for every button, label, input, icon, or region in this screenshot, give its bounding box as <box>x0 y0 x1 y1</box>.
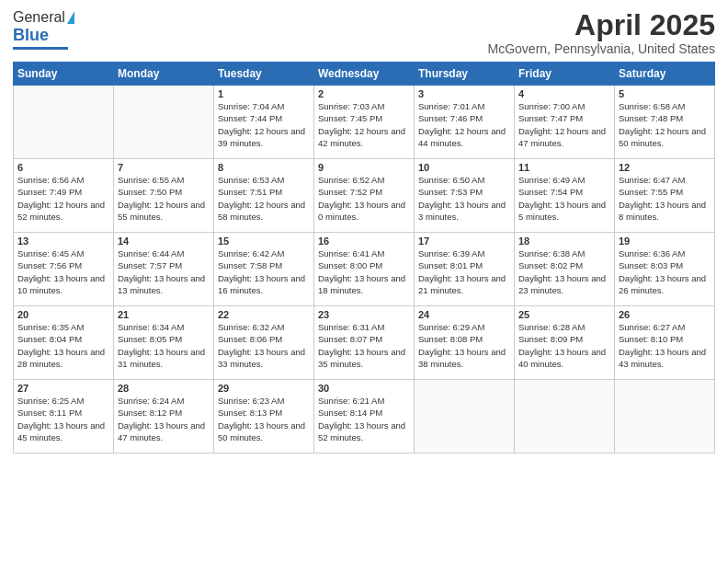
day-info: Sunrise: 7:03 AM Sunset: 7:45 PM Dayligh… <box>318 100 410 149</box>
day-info: Sunrise: 6:34 AM Sunset: 8:05 PM Dayligh… <box>118 321 210 370</box>
title-block: April 2025 McGovern, Pennsylvania, Unite… <box>488 9 715 56</box>
day-info: Sunrise: 6:58 AM Sunset: 7:48 PM Dayligh… <box>619 100 711 149</box>
calendar-day-cell <box>114 86 214 159</box>
day-info: Sunrise: 6:47 AM Sunset: 7:55 PM Dayligh… <box>619 174 711 223</box>
day-info: Sunrise: 6:35 AM Sunset: 8:04 PM Dayligh… <box>17 321 109 370</box>
calendar-day-cell: 19Sunrise: 6:36 AM Sunset: 8:03 PM Dayli… <box>615 233 715 306</box>
day-number: 25 <box>518 309 610 320</box>
day-info: Sunrise: 7:00 AM Sunset: 7:47 PM Dayligh… <box>518 100 610 149</box>
calendar-week-row: 13Sunrise: 6:45 AM Sunset: 7:56 PM Dayli… <box>14 233 715 306</box>
day-info: Sunrise: 6:23 AM Sunset: 8:13 PM Dayligh… <box>218 395 310 443</box>
location-text: McGovern, Pennsylvania, United States <box>488 41 715 56</box>
calendar-day-cell: 25Sunrise: 6:28 AM Sunset: 8:09 PM Dayli… <box>515 306 615 380</box>
calendar-day-cell: 1Sunrise: 7:04 AM Sunset: 7:44 PM Daylig… <box>214 86 314 159</box>
day-number: 9 <box>318 162 410 173</box>
weekday-header-saturday: Saturday <box>615 63 715 86</box>
page: General Blue April 2025 McGovern, Pennsy… <box>0 0 728 563</box>
weekday-header-monday: Monday <box>114 63 214 86</box>
day-info: Sunrise: 6:39 AM Sunset: 8:01 PM Dayligh… <box>418 247 510 296</box>
day-number: 27 <box>17 383 109 394</box>
day-info: Sunrise: 6:49 AM Sunset: 7:54 PM Dayligh… <box>518 174 610 223</box>
day-number: 21 <box>118 309 210 320</box>
day-info: Sunrise: 6:50 AM Sunset: 7:53 PM Dayligh… <box>418 174 510 223</box>
calendar-week-row: 6Sunrise: 6:56 AM Sunset: 7:49 PM Daylig… <box>14 159 715 233</box>
day-info: Sunrise: 6:56 AM Sunset: 7:49 PM Dayligh… <box>17 174 109 223</box>
calendar-day-cell: 14Sunrise: 6:44 AM Sunset: 7:57 PM Dayli… <box>114 233 214 306</box>
day-number: 16 <box>318 236 410 247</box>
day-number: 5 <box>619 88 711 99</box>
day-info: Sunrise: 6:53 AM Sunset: 7:51 PM Dayligh… <box>218 174 310 223</box>
month-title: April 2025 <box>488 9 715 41</box>
logo: General Blue <box>13 9 74 50</box>
day-number: 29 <box>218 383 310 394</box>
day-info: Sunrise: 6:55 AM Sunset: 7:50 PM Dayligh… <box>118 174 210 223</box>
logo-divider <box>13 47 68 50</box>
day-number: 19 <box>619 236 711 247</box>
calendar-day-cell: 10Sunrise: 6:50 AM Sunset: 7:53 PM Dayli… <box>415 159 515 233</box>
calendar-day-cell: 4Sunrise: 7:00 AM Sunset: 7:47 PM Daylig… <box>515 86 615 159</box>
day-info: Sunrise: 6:27 AM Sunset: 8:10 PM Dayligh… <box>619 321 711 370</box>
calendar-day-cell: 12Sunrise: 6:47 AM Sunset: 7:55 PM Dayli… <box>615 159 715 233</box>
calendar-day-cell: 15Sunrise: 6:42 AM Sunset: 7:58 PM Dayli… <box>214 233 314 306</box>
logo-general-text: General <box>13 9 65 26</box>
day-number: 30 <box>318 383 410 394</box>
calendar-day-cell <box>415 380 515 454</box>
weekday-header-wednesday: Wednesday <box>314 63 415 86</box>
calendar-day-cell: 17Sunrise: 6:39 AM Sunset: 8:01 PM Dayli… <box>415 233 515 306</box>
calendar-table: SundayMondayTuesdayWednesdayThursdayFrid… <box>13 62 715 454</box>
day-number: 11 <box>518 162 610 173</box>
calendar-day-cell: 23Sunrise: 6:31 AM Sunset: 8:07 PM Dayli… <box>314 306 415 380</box>
calendar-day-cell: 9Sunrise: 6:52 AM Sunset: 7:52 PM Daylig… <box>314 159 415 233</box>
day-number: 13 <box>17 236 109 247</box>
calendar-day-cell: 3Sunrise: 7:01 AM Sunset: 7:46 PM Daylig… <box>415 86 515 159</box>
weekday-header-row: SundayMondayTuesdayWednesdayThursdayFrid… <box>14 63 715 86</box>
day-info: Sunrise: 6:52 AM Sunset: 7:52 PM Dayligh… <box>318 174 410 223</box>
day-number: 7 <box>118 162 210 173</box>
calendar-day-cell: 26Sunrise: 6:27 AM Sunset: 8:10 PM Dayli… <box>615 306 715 380</box>
weekday-header-thursday: Thursday <box>415 63 515 86</box>
day-info: Sunrise: 6:41 AM Sunset: 8:00 PM Dayligh… <box>318 247 410 296</box>
day-number: 12 <box>619 162 711 173</box>
day-number: 14 <box>118 236 210 247</box>
day-info: Sunrise: 6:36 AM Sunset: 8:03 PM Dayligh… <box>619 247 711 296</box>
weekday-header-sunday: Sunday <box>14 63 114 86</box>
calendar-week-row: 1Sunrise: 7:04 AM Sunset: 7:44 PM Daylig… <box>14 86 715 159</box>
calendar-day-cell: 22Sunrise: 6:32 AM Sunset: 8:06 PM Dayli… <box>214 306 314 380</box>
day-number: 23 <box>318 309 410 320</box>
header: General Blue April 2025 McGovern, Pennsy… <box>13 9 715 56</box>
day-number: 3 <box>418 88 510 99</box>
day-info: Sunrise: 6:21 AM Sunset: 8:14 PM Dayligh… <box>318 395 410 443</box>
day-number: 4 <box>518 88 610 99</box>
calendar-day-cell <box>515 380 615 454</box>
day-number: 15 <box>218 236 310 247</box>
day-info: Sunrise: 7:04 AM Sunset: 7:44 PM Dayligh… <box>218 100 310 149</box>
weekday-header-friday: Friday <box>515 63 615 86</box>
calendar-day-cell: 21Sunrise: 6:34 AM Sunset: 8:05 PM Dayli… <box>114 306 214 380</box>
calendar-day-cell: 11Sunrise: 6:49 AM Sunset: 7:54 PM Dayli… <box>515 159 615 233</box>
calendar-day-cell: 5Sunrise: 6:58 AM Sunset: 7:48 PM Daylig… <box>615 86 715 159</box>
calendar-day-cell: 18Sunrise: 6:38 AM Sunset: 8:02 PM Dayli… <box>515 233 615 306</box>
calendar-day-cell: 13Sunrise: 6:45 AM Sunset: 7:56 PM Dayli… <box>14 233 114 306</box>
calendar-day-cell: 29Sunrise: 6:23 AM Sunset: 8:13 PM Dayli… <box>214 380 314 454</box>
calendar-day-cell: 16Sunrise: 6:41 AM Sunset: 8:00 PM Dayli… <box>314 233 415 306</box>
day-info: Sunrise: 6:31 AM Sunset: 8:07 PM Dayligh… <box>318 321 410 370</box>
calendar-day-cell: 27Sunrise: 6:25 AM Sunset: 8:11 PM Dayli… <box>14 380 114 454</box>
day-info: Sunrise: 6:25 AM Sunset: 8:11 PM Dayligh… <box>17 395 109 443</box>
day-number: 26 <box>619 309 711 320</box>
calendar-day-cell: 7Sunrise: 6:55 AM Sunset: 7:50 PM Daylig… <box>114 159 214 233</box>
day-number: 2 <box>318 88 410 99</box>
day-info: Sunrise: 6:24 AM Sunset: 8:12 PM Dayligh… <box>118 395 210 443</box>
day-info: Sunrise: 6:44 AM Sunset: 7:57 PM Dayligh… <box>118 247 210 296</box>
calendar-day-cell <box>14 86 114 159</box>
day-info: Sunrise: 6:38 AM Sunset: 8:02 PM Dayligh… <box>518 247 610 296</box>
calendar-day-cell: 30Sunrise: 6:21 AM Sunset: 8:14 PM Dayli… <box>314 380 415 454</box>
day-number: 8 <box>218 162 310 173</box>
day-info: Sunrise: 7:01 AM Sunset: 7:46 PM Dayligh… <box>418 100 510 149</box>
calendar-day-cell: 8Sunrise: 6:53 AM Sunset: 7:51 PM Daylig… <box>214 159 314 233</box>
calendar-day-cell: 20Sunrise: 6:35 AM Sunset: 8:04 PM Dayli… <box>14 306 114 380</box>
day-info: Sunrise: 6:32 AM Sunset: 8:06 PM Dayligh… <box>218 321 310 370</box>
logo-triangle-icon <box>67 11 74 24</box>
day-number: 20 <box>17 309 109 320</box>
calendar-day-cell: 2Sunrise: 7:03 AM Sunset: 7:45 PM Daylig… <box>314 86 415 159</box>
weekday-header-tuesday: Tuesday <box>214 63 314 86</box>
